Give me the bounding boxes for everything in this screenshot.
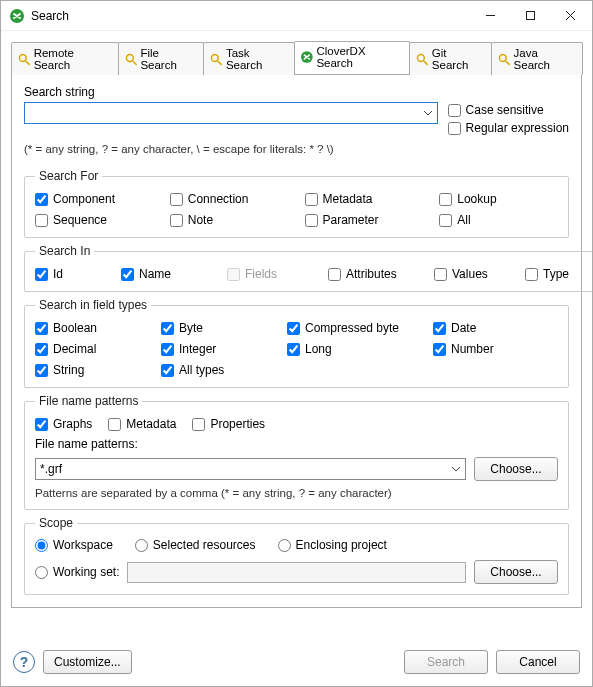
svg-point-3 — [126, 54, 133, 61]
search-in-id[interactable]: Id — [35, 267, 105, 281]
checkbox-label: Connection — [188, 192, 249, 206]
svg-point-4 — [212, 54, 219, 61]
tab-label: Task Search — [226, 47, 288, 71]
radio-label: Enclosing project — [296, 538, 387, 552]
radio-label: Selected resources — [153, 538, 256, 552]
ft-byte[interactable]: Byte — [161, 321, 271, 335]
tab-label: CloverDX Search — [316, 45, 403, 69]
tab-label: Java Search — [514, 47, 576, 71]
fp-metadata[interactable]: Metadata — [108, 417, 176, 431]
file-patterns-choose-button[interactable]: Choose... — [474, 457, 558, 481]
tab-java-search[interactable]: Java Search — [491, 42, 583, 75]
chevron-down-icon[interactable] — [447, 459, 465, 479]
search-in-attributes[interactable]: Attributes — [328, 267, 418, 281]
fp-graphs[interactable]: Graphs — [35, 417, 92, 431]
checkbox-label: Integer — [179, 342, 216, 356]
ft-number[interactable]: Number — [433, 342, 543, 356]
checkbox-label: Number — [451, 342, 494, 356]
checkbox-label: Fields — [245, 267, 277, 281]
search-string-input[interactable] — [25, 103, 419, 123]
ft-compressed-byte[interactable]: Compressed byte — [287, 321, 417, 335]
file-patterns-input[interactable] — [36, 459, 447, 479]
search-in-legend: Search In — [35, 244, 94, 258]
checkbox-label: Compressed byte — [305, 321, 399, 335]
search-button[interactable]: Search — [404, 650, 488, 674]
ft-all-types[interactable]: All types — [161, 363, 271, 377]
search-string-label: Search string — [24, 85, 569, 99]
checkbox-label: Graphs — [53, 417, 92, 431]
checkbox-label: Values — [452, 267, 488, 281]
ft-date[interactable]: Date — [433, 321, 543, 335]
file-patterns-combo[interactable] — [35, 458, 466, 480]
cloverdx-icon — [300, 50, 314, 64]
cancel-button[interactable]: Cancel — [496, 650, 580, 674]
svg-point-2 — [19, 54, 26, 61]
title-bar: Search — [1, 1, 592, 31]
search-for-legend: Search For — [35, 169, 102, 183]
checkbox-label: Lookup — [457, 192, 496, 206]
checkbox-label: Note — [188, 213, 213, 227]
search-for-parameter[interactable]: Parameter — [305, 213, 424, 227]
tab-panel: Search string Case sensitive Regular exp… — [11, 74, 582, 608]
search-for-note[interactable]: Note — [170, 213, 289, 227]
maximize-button[interactable] — [510, 2, 550, 30]
regex-checkbox[interactable]: Regular expression — [448, 121, 569, 135]
case-sensitive-label: Case sensitive — [466, 103, 544, 117]
file-patterns-note: Patterns are separated by a comma (* = a… — [35, 487, 558, 499]
chevron-down-icon[interactable] — [419, 103, 437, 123]
svg-point-7 — [499, 54, 506, 61]
checkbox-label: Attributes — [346, 267, 397, 281]
search-in-values[interactable]: Values — [434, 267, 509, 281]
tab-remote-search[interactable]: Remote Search — [11, 42, 119, 75]
search-for-connection[interactable]: Connection — [170, 192, 289, 206]
tab-task-search[interactable]: Task Search — [203, 42, 294, 75]
remote-search-icon — [17, 52, 31, 66]
ft-decimal[interactable]: Decimal — [35, 342, 145, 356]
tab-cloverdx-search[interactable]: CloverDX Search — [294, 41, 410, 74]
working-set-input — [127, 562, 466, 583]
scope-workspace[interactable]: Workspace — [35, 538, 113, 552]
svg-rect-1 — [526, 12, 534, 20]
regex-label: Regular expression — [466, 121, 569, 135]
app-icon — [9, 8, 25, 24]
scope-enclosing[interactable]: Enclosing project — [278, 538, 387, 552]
search-for-all[interactable]: All — [439, 213, 558, 227]
ft-integer[interactable]: Integer — [161, 342, 271, 356]
checkbox-label: Name — [139, 267, 171, 281]
ft-string[interactable]: String — [35, 363, 145, 377]
file-patterns-input-label: File name patterns: — [35, 437, 558, 451]
customize-button[interactable]: Customize... — [43, 650, 132, 674]
minimize-button[interactable] — [470, 2, 510, 30]
checkbox-label: Decimal — [53, 342, 96, 356]
search-in-type[interactable]: Type — [525, 267, 593, 281]
checkbox-label: Long — [305, 342, 332, 356]
radio-label: Workspace — [53, 538, 113, 552]
tab-file-search[interactable]: File Search — [118, 42, 204, 75]
window-title: Search — [31, 9, 470, 23]
ft-long[interactable]: Long — [287, 342, 417, 356]
scope-working-set[interactable]: Working set: — [35, 565, 119, 579]
search-for-lookup[interactable]: Lookup — [439, 192, 558, 206]
search-for-metadata[interactable]: Metadata — [305, 192, 424, 206]
case-sensitive-checkbox[interactable]: Case sensitive — [448, 103, 569, 117]
tab-git-search[interactable]: Git Search — [409, 42, 492, 75]
git-search-icon — [415, 52, 429, 66]
checkbox-label: Date — [451, 321, 476, 335]
search-string-combo[interactable] — [24, 102, 438, 124]
close-button[interactable] — [550, 2, 590, 30]
checkbox-label: Metadata — [323, 192, 373, 206]
search-string-hint: (* = any string, ? = any character, \ = … — [24, 143, 569, 155]
field-types-legend: Search in field types — [35, 298, 151, 312]
search-for-component[interactable]: Component — [35, 192, 154, 206]
working-set-choose-button[interactable]: Choose... — [474, 560, 558, 584]
search-in-name[interactable]: Name — [121, 267, 211, 281]
tab-label: Remote Search — [34, 47, 112, 71]
checkbox-label: Sequence — [53, 213, 107, 227]
scope-selected[interactable]: Selected resources — [135, 538, 256, 552]
tab-label: File Search — [140, 47, 197, 71]
file-patterns-legend: File name patterns — [35, 394, 142, 408]
ft-boolean[interactable]: Boolean — [35, 321, 145, 335]
fp-properties[interactable]: Properties — [192, 417, 265, 431]
search-for-sequence[interactable]: Sequence — [35, 213, 154, 227]
help-icon[interactable]: ? — [13, 651, 35, 673]
